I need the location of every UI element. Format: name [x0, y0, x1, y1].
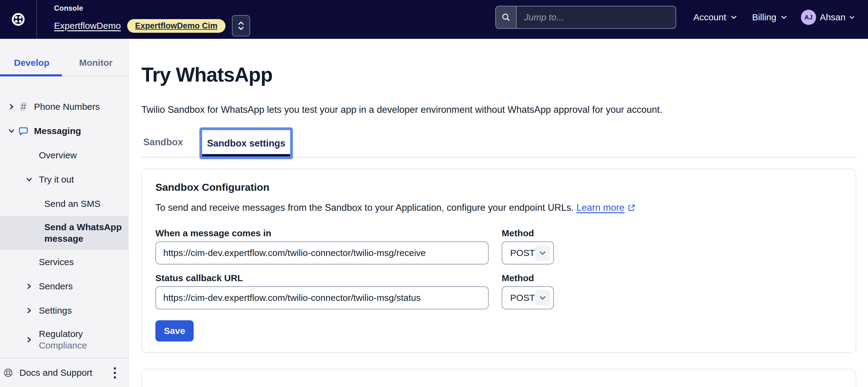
incoming-message-url-input[interactable] [155, 241, 489, 264]
sidebar-item-settings[interactable]: Settings [0, 298, 128, 323]
chevron-down-icon [535, 245, 550, 261]
sidebar-item-try-it-out[interactable]: Try it out [0, 167, 128, 192]
method-value: POST [510, 293, 535, 303]
search-icon [501, 13, 510, 22]
billing-menu-label: Billing [752, 12, 776, 23]
incoming-message-row: When a message comes in Method POST [155, 228, 842, 264]
status-method-select[interactable]: POST [502, 286, 554, 309]
incoming-message-label: When a message comes in [155, 228, 489, 238]
chevron-right-icon [26, 283, 33, 290]
sidebar-item-services[interactable]: Services [0, 250, 128, 274]
sidebar-item-label: Send a WhatsApp message [44, 221, 128, 245]
next-section-card [142, 369, 856, 387]
user-name: Ahsan [820, 12, 845, 23]
external-link-icon [628, 203, 636, 215]
tab-sandbox-settings[interactable]: Sandbox settings [199, 127, 293, 159]
docs-and-support[interactable]: Docs and Support [0, 358, 128, 387]
status-callback-row: Status callback URL Method POST [155, 273, 842, 309]
kebab-menu-icon[interactable] [111, 365, 119, 380]
sidebar-tabs: Develop Monitor [0, 39, 128, 76]
lifebuoy-icon [3, 368, 13, 378]
up-down-chevrons-icon [237, 20, 245, 32]
tab-sandbox[interactable]: Sandbox [143, 137, 183, 148]
chevron-down-icon [8, 127, 15, 135]
main-content: Try WhatsApp Twilio Sandbox for WhatsApp… [129, 39, 868, 387]
chevron-right-icon [26, 307, 33, 314]
method-label: Method [502, 273, 554, 283]
status-callback-url-input[interactable] [155, 286, 489, 309]
billing-menu[interactable]: Billing [752, 12, 787, 23]
tab-sandbox-settings-label: Sandbox settings [202, 130, 290, 157]
sidebar: Develop Monitor # Phone Numbers Messagin… [0, 39, 129, 387]
sidebar-item-label: Senders [39, 281, 73, 291]
account-menu[interactable]: Account [693, 12, 737, 23]
hash-icon: # [18, 100, 29, 113]
incoming-method-select[interactable]: POST [502, 241, 554, 264]
console-label: Console [54, 4, 250, 12]
card-title: Sandbox Configuration [155, 181, 842, 193]
sandbox-configuration-card: Sandbox Configuration To send and receiv… [142, 169, 856, 353]
chat-bubble-icon [18, 126, 29, 136]
twilio-logo[interactable] [0, 0, 37, 39]
sidebar-item-label: Regulatory Compliance [39, 328, 87, 351]
sidebar-item-label: Overview [39, 150, 77, 160]
account-name-link[interactable]: ExpertflowDemo [54, 21, 121, 31]
avatar: AJ [801, 10, 816, 25]
environment-badge[interactable]: ExpertflowDemo Cim [127, 19, 225, 33]
sidebar-item-label: Phone Numbers [34, 102, 100, 112]
page-description: Twilio Sandbox for WhatsApp lets you tes… [142, 104, 856, 115]
tab-monitor[interactable]: Monitor [79, 58, 113, 76]
tab-develop[interactable]: Develop [14, 58, 50, 76]
chevron-down-icon [731, 15, 737, 20]
sidebar-nav: # Phone Numbers Messaging Overview Try i… [0, 95, 128, 357]
learn-more-link[interactable]: Learn more [576, 202, 625, 213]
sidebar-item-messaging[interactable]: Messaging [0, 119, 128, 143]
method-label: Method [502, 228, 554, 238]
account-switcher-button[interactable] [232, 15, 250, 36]
page-title: Try WhatsApp [142, 63, 856, 86]
chevron-right-icon [8, 103, 15, 110]
twilio-logo-icon [11, 12, 25, 26]
chevron-down-icon [535, 290, 550, 306]
jump-to-search [495, 6, 676, 29]
sidebar-item-label: Messaging [34, 126, 81, 136]
sidebar-item-overview[interactable]: Overview [0, 143, 128, 167]
sidebar-item-regulatory-compliance[interactable]: Regulatory Compliance [0, 323, 128, 357]
sidebar-item-phone-numbers[interactable]: # Phone Numbers [0, 95, 128, 119]
sidebar-item-label: Try it out [39, 174, 74, 185]
search-button[interactable] [496, 6, 517, 28]
save-button[interactable]: Save [155, 320, 194, 342]
chevron-down-icon [26, 176, 33, 183]
chevron-down-icon [849, 15, 855, 20]
chevron-down-icon [781, 15, 787, 20]
card-description-text: To send and receive messages from the Sa… [155, 202, 574, 213]
sidebar-item-senders[interactable]: Senders [0, 274, 128, 298]
status-callback-label: Status callback URL [155, 273, 489, 283]
content-tabs: Sandbox Sandbox settings [142, 127, 856, 158]
account-menu-label: Account [693, 12, 726, 23]
method-value: POST [510, 248, 535, 258]
card-description: To send and receive messages from the Sa… [155, 202, 842, 215]
search-input[interactable] [517, 6, 676, 28]
chevron-right-icon [26, 336, 33, 343]
user-menu[interactable]: AJ Ahsan [801, 10, 855, 25]
sidebar-item-label: Send an SMS [44, 199, 100, 209]
sidebar-item-send-a-whatsapp-message[interactable]: Send a WhatsApp message [0, 216, 128, 250]
sidebar-item-label: Services [39, 257, 74, 267]
sidebar-item-send-an-sms[interactable]: Send an SMS [0, 192, 128, 216]
sidebar-item-label: Settings [39, 305, 72, 316]
top-navbar: Console ExpertflowDemo ExpertflowDemo Ci… [0, 0, 868, 39]
breadcrumb: Console ExpertflowDemo ExpertflowDemo Ci… [54, 0, 250, 39]
docs-and-support-label: Docs and Support [20, 367, 92, 378]
